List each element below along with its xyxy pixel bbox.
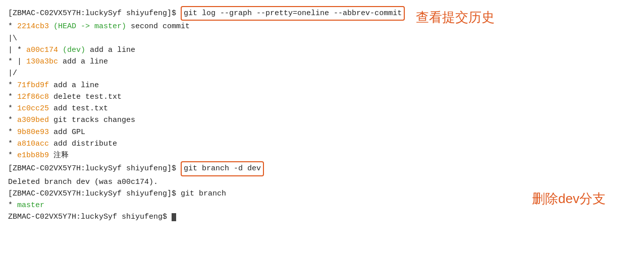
- line-cmd2: [ZBMAC-C02VX5Y7H:luckySyf shiyufeng]$ gi…: [8, 161, 636, 176]
- hash-a00c174: a00c174: [26, 46, 58, 54]
- terminal: 查看提交历史 删除dev分支 [ZBMAC-C02VX5Y7H:luckySyf…: [8, 6, 636, 223]
- msg-12: add distribute: [49, 140, 117, 148]
- graph-char-5: * |: [8, 57, 26, 66]
- prompt-1: [ZBMAC-C02VX5Y7H:luckySyf shiyufeng]$: [8, 9, 181, 18]
- msg-4: add a line: [85, 46, 135, 54]
- hash-71fbd9f: 71fbd9f: [17, 81, 49, 90]
- hash-2214cb3: 2214cb3: [17, 22, 49, 31]
- graph-char-10: *: [8, 116, 17, 124]
- hash-12f86c8: 12f86c8: [17, 93, 49, 101]
- ref-master: (HEAD -> master): [49, 22, 126, 31]
- line-deleted: Deleted branch dev (was a00c174).: [8, 176, 636, 188]
- msg-2: second commit: [126, 22, 190, 31]
- line-6: |/: [8, 68, 636, 79]
- graph-char-8: *: [8, 93, 17, 101]
- graph-char-13: *: [8, 151, 17, 160]
- hash-9b80e93: 9b80e93: [17, 128, 49, 137]
- graph-char-7: *: [8, 81, 17, 90]
- hash-a810acc: a810acc: [17, 140, 49, 148]
- hash-130a3bc: 130a3bc: [26, 57, 58, 66]
- cmd-branch: git branch: [181, 189, 226, 198]
- line-12: * a810acc add distribute: [8, 138, 636, 150]
- graph-char-2: *: [8, 22, 17, 31]
- line-cmd1: [ZBMAC-C02VX5Y7H:luckySyf shiyufeng]$ gi…: [8, 6, 636, 21]
- msg-8: delete test.txt: [49, 93, 122, 101]
- ref-dev: (dev): [58, 46, 85, 54]
- cursor: [172, 213, 176, 221]
- line-4: | * a00c174 (dev) add a line: [8, 44, 636, 56]
- prompt-4: ZBMAC-C02VX5Y7H:luckySyf shiyufeng$: [8, 213, 172, 221]
- line-8: * 12f86c8 delete test.txt: [8, 91, 636, 103]
- line-10: * a309bed git tracks changes: [8, 114, 636, 126]
- graph-char-9: *: [8, 104, 17, 113]
- hash-1c0cc25: 1c0cc25: [17, 104, 49, 113]
- line-5: * | 130a3bc add a line: [8, 56, 636, 68]
- branch-master-name: master: [17, 201, 44, 210]
- line-3: |\: [8, 33, 636, 44]
- branch-star: *: [8, 201, 17, 210]
- annotation-delete: 删除dev分支: [532, 188, 606, 209]
- prompt-3: [ZBMAC-C02VX5Y7H:luckySyf shiyufeng]$: [8, 189, 181, 198]
- boxed-cmd-2: git branch -d dev: [181, 161, 264, 176]
- boxed-cmd-1: git log --graph --pretty=oneline --abbre…: [181, 6, 405, 21]
- msg-10: git tracks changes: [49, 116, 135, 124]
- line-11: * 9b80e93 add GPL: [8, 126, 636, 138]
- msg-7: add a line: [49, 81, 99, 90]
- line-7: * 71fbd9f add a line: [8, 80, 636, 91]
- msg-5: add a line: [58, 57, 108, 66]
- msg-11: add GPL: [49, 128, 85, 137]
- line-13: * e1bb8b9 注释: [8, 150, 636, 161]
- hash-a309bed: a309bed: [17, 116, 49, 124]
- hash-e1bb8b9: e1bb8b9: [17, 151, 49, 160]
- graph-char-11: *: [8, 128, 17, 137]
- line-2: * 2214cb3 (HEAD -> master) second commit: [8, 21, 636, 32]
- annotation-history: 查看提交历史: [416, 7, 495, 27]
- line-9: * 1c0cc25 add test.txt: [8, 103, 636, 114]
- prompt-2: [ZBMAC-C02VX5Y7H:luckySyf shiyufeng]$: [8, 164, 181, 173]
- msg-9: add test.txt: [49, 104, 108, 113]
- graph-char-4: | *: [8, 46, 26, 54]
- line-final-prompt: ZBMAC-C02VX5Y7H:luckySyf shiyufeng$: [8, 211, 636, 223]
- msg-13: 注释: [49, 151, 69, 160]
- graph-char-12: *: [8, 140, 17, 148]
